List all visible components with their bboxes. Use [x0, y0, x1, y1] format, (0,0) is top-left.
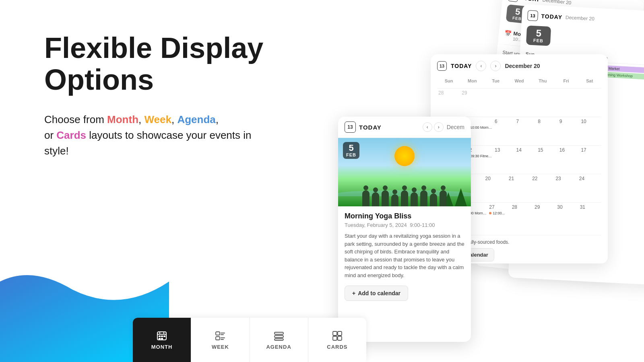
mid-cal-prev[interactable]: ‹ — [476, 61, 486, 71]
svg-rect-7 — [159, 338, 161, 339]
svg-rect-12 — [216, 337, 220, 340]
svg-rect-8 — [161, 338, 163, 339]
back-today-badge: 13 — [527, 10, 538, 21]
calendar-area: 13 TODAY December 20 5 FEB 📅 Mor 10:... … — [282, 0, 644, 362]
back-today-label: TODAY — [541, 13, 562, 21]
svg-rect-21 — [338, 336, 342, 340]
back-cal-header: 13 TODAY December 20 — [527, 10, 644, 28]
svg-rect-17 — [275, 339, 283, 340]
svg-rect-19 — [338, 331, 342, 335]
week-icon — [215, 330, 226, 341]
front-card-body: Morning Yoga Bliss Tuesday, February 5, … — [338, 206, 471, 306]
mid-today-label: TODAY — [451, 63, 472, 69]
front-add-to-cal-btn[interactable]: + Add to calendar — [345, 286, 408, 301]
front-cal-prev[interactable]: ‹ — [423, 122, 432, 132]
event-image: 5 FEB — [338, 138, 471, 206]
agenda-icon — [273, 330, 285, 341]
svg-rect-6 — [163, 335, 165, 337]
front-card-header: 13 TODAY ‹ › Decem — [338, 117, 471, 138]
back-date-block: 5 FEB — [526, 25, 551, 46]
front-month-label: Decem — [447, 124, 464, 130]
cal-week: 28 29 — [437, 88, 601, 116]
main-title: Flexible Display Options — [44, 32, 278, 96]
event-date-badge: 5 FEB — [343, 142, 359, 159]
description: Choose from Month, Week, Agenda, or Card… — [44, 112, 278, 159]
month-nav-label: MONTH — [151, 344, 173, 350]
front-cal-next[interactable]: › — [434, 122, 444, 132]
event-date-line: Tuesday, February 5, 2024 9:00-11:00 — [345, 222, 464, 228]
sun-decoration — [394, 146, 415, 166]
svg-rect-15 — [275, 332, 283, 334]
nav-week-tab[interactable]: WEEK — [191, 318, 250, 362]
mid-month-title: December 20 — [505, 63, 540, 69]
cards-nav-label: CARDS — [327, 344, 347, 350]
mid-cal-next[interactable]: › — [490, 61, 501, 71]
front-today-badge: 13 — [345, 121, 356, 133]
cards-icon — [332, 330, 343, 341]
agenda-nav-label: AGENDA — [266, 344, 291, 350]
svg-rect-5 — [161, 335, 163, 337]
front-event-card: 13 TODAY ‹ › Decem — [338, 117, 471, 342]
nav-month-tab[interactable]: MONTH — [133, 318, 191, 362]
far-today-label: TODAY — [520, 0, 540, 2]
nav-agenda-tab[interactable]: AGENDA — [250, 318, 308, 362]
svg-rect-18 — [333, 331, 337, 335]
event-desc: Start your day with a revitalizing yoga … — [345, 232, 464, 279]
mid-cal-header: 13 TODAY ‹ › December 20 — [437, 61, 601, 71]
cal-days-header: Sun Mon Tue Wed Thu Fri Sat — [437, 77, 601, 85]
svg-rect-16 — [275, 335, 283, 337]
mid-today-badge: 13 — [437, 61, 447, 71]
nav-cards-tab[interactable]: CARDS — [308, 318, 366, 362]
far-today-badge: 13 — [508, 0, 518, 2]
svg-rect-20 — [333, 336, 337, 340]
view-nav-bar: MONTH WEEK AGENDA — [133, 318, 366, 362]
svg-rect-9 — [216, 332, 220, 335]
far-month-title: December 20 — [542, 0, 572, 6]
week-nav-label: WEEK — [212, 344, 229, 350]
svg-rect-4 — [159, 335, 161, 337]
month-icon — [156, 330, 167, 341]
event-title: Morning Yoga Bliss — [345, 212, 464, 220]
front-today-label: TODAY — [359, 124, 382, 131]
